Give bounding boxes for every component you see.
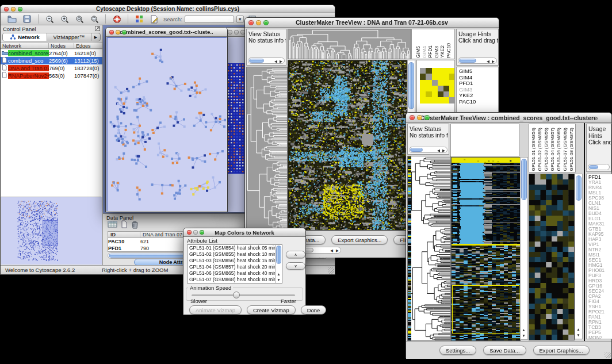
gene-label[interactable]: YKE2 [459, 93, 498, 99]
export-graphics-button[interactable]: Export Graphics... [533, 346, 590, 355]
gene-label[interactable]: PFD1 [459, 81, 498, 87]
resize-grip[interactable] [605, 352, 611, 358]
usage-hints-hscrollbar[interactable]: ◀▶ [458, 58, 497, 64]
scrollbar-thumb[interactable] [249, 59, 264, 63]
matrix-cell[interactable] [449, 68, 455, 74]
search-dropdown-icon[interactable]: ▼ [236, 16, 244, 23]
heatmap-canvas[interactable] [451, 157, 521, 341]
col-nodes[interactable]: Nodes [49, 43, 74, 48]
treeview2-titlebar[interactable]: ClusterMaker TreeView : combined_scores_… [406, 113, 611, 123]
matrix-cell[interactable] [432, 91, 438, 97]
matrix-cell[interactable] [426, 97, 431, 103]
usage-hints-hscrollbar[interactable] [588, 164, 610, 170]
network-overview-panel[interactable] [1, 197, 101, 265]
speed-slider-track[interactable] [192, 294, 295, 296]
close-icon[interactable] [248, 20, 254, 25]
gene-label[interactable]: PAC10 [459, 99, 498, 105]
matrix-cell[interactable] [438, 91, 443, 97]
matrix-cell[interactable] [438, 74, 443, 79]
matrix-cell[interactable] [443, 97, 449, 103]
attribute-list-item[interactable]: GPL51-03 (GSM856) heat shock 15 min [188, 258, 282, 264]
view-status-hscrollbar[interactable]: ◀▶ [409, 147, 447, 153]
view-status-hscrollbar[interactable]: ◀▶ [248, 58, 285, 64]
tab-overflow-button[interactable]: ▶ [91, 33, 100, 41]
matrix-cell[interactable] [432, 86, 438, 91]
matrix-cell[interactable] [420, 86, 426, 91]
matrix-cell[interactable] [432, 80, 438, 86]
matrix-cell[interactable] [420, 68, 426, 74]
help-lifering-icon[interactable] [111, 14, 123, 24]
detail-vscrollbar[interactable]: ▲▼ [575, 174, 583, 339]
network-row[interactable]: combined_scores2764(0)16218(0) [1, 49, 102, 57]
minimize-icon[interactable] [234, 30, 239, 35]
zoom-window-icon[interactable] [200, 230, 204, 235]
matrix-cell[interactable] [420, 80, 426, 86]
matrix-cell[interactable] [438, 97, 443, 103]
matrix-cell[interactable] [443, 74, 449, 79]
zoom-selected-icon[interactable] [74, 14, 85, 24]
save-icon[interactable] [21, 14, 33, 24]
column-dendrogram[interactable] [288, 29, 411, 59]
tab-network[interactable]: Network [3, 33, 47, 41]
trash-icon[interactable] [131, 220, 139, 231]
close-icon[interactable] [109, 30, 114, 35]
matrix-cell[interactable] [426, 74, 431, 79]
attribute-list-item[interactable]: GPL51-06 (GSM865) heat shock 40 min [188, 270, 282, 277]
list-vscrollbar[interactable]: ▲▼ [275, 245, 282, 283]
minimize-icon[interactable] [11, 7, 16, 12]
matrix-cell[interactable] [438, 80, 443, 86]
vizmapper-icon[interactable] [133, 14, 145, 24]
matrix-cell[interactable] [443, 68, 449, 74]
zoom-window-icon[interactable] [18, 7, 22, 12]
matrix-cell[interactable] [426, 68, 431, 74]
matrix-cell[interactable] [438, 68, 443, 74]
close-icon[interactable] [410, 115, 415, 120]
open-folder-icon[interactable] [6, 14, 18, 24]
float-panel-icon[interactable] [95, 26, 100, 32]
matrix-cell[interactable] [426, 80, 431, 86]
move-down-button[interactable]: ∨ [286, 262, 305, 270]
attribute-list-item[interactable]: GPL51-02 (GSM855) heat shock 10 min [188, 251, 282, 258]
matrix-cell[interactable] [426, 91, 431, 97]
matrix-cell[interactable] [420, 91, 426, 97]
close-icon[interactable] [187, 230, 192, 235]
minimize-icon[interactable] [417, 115, 422, 120]
attribute-list-item[interactable]: GPL51-04 (GSM857) heat shock 20 min [188, 264, 282, 270]
matrix-cell[interactable] [449, 80, 455, 86]
heatmap-vscrollbar[interactable]: ▲▼ [520, 157, 528, 340]
matrix-cell[interactable] [426, 86, 431, 91]
col-id[interactable]: ID [108, 232, 140, 237]
main-titlebar[interactable]: Cytoscape Desktop (Session Name: collins… [1, 5, 335, 13]
scrollbar-thumb[interactable] [459, 59, 476, 63]
resize-grip[interactable] [328, 267, 334, 274]
matrix-cell[interactable] [443, 91, 449, 97]
col-edges[interactable]: Edges [74, 43, 102, 48]
dialog-titlebar[interactable]: Map Colors to Network [183, 228, 305, 237]
matrix-cell[interactable] [449, 91, 455, 97]
network-row[interactable]: DNA and Tran 07769(0)183728(0) [1, 64, 102, 72]
correlation-matrix[interactable] [420, 68, 455, 104]
zoom-window-icon[interactable] [424, 115, 430, 120]
new-document-icon[interactable] [121, 220, 128, 231]
gene-label[interactable]: MON2 [588, 335, 612, 339]
network-titlebar[interactable]: combined_scores_good.txt--cluste... [106, 28, 227, 37]
tab-vizmapper[interactable]: VizMapper™ [47, 33, 91, 41]
settings-button[interactable]: Settings... [439, 346, 476, 355]
close-icon[interactable] [228, 30, 232, 35]
scrollbar-thumb[interactable] [521, 159, 527, 200]
scrollbar-thumb[interactable] [276, 246, 281, 264]
animate-vizmap-button[interactable]: Animate Vizmap [189, 305, 242, 315]
search-input[interactable] [185, 16, 234, 23]
scrollbar-thumb[interactable] [589, 165, 598, 169]
zoom-in-icon[interactable] [59, 14, 70, 24]
scrollbar-thumb[interactable] [576, 175, 582, 201]
save-data-button[interactable]: Save Data... [483, 346, 526, 355]
move-up-button[interactable]: ∧ [286, 251, 305, 258]
minimize-icon[interactable] [256, 20, 261, 25]
matrix-cell[interactable] [432, 74, 438, 79]
matrix-cell[interactable] [420, 97, 426, 103]
scrollbar-thumb[interactable] [410, 148, 423, 152]
annotation-icon[interactable] [148, 14, 160, 24]
row-dendrogram[interactable] [407, 156, 451, 341]
minimize-icon[interactable] [193, 230, 198, 235]
